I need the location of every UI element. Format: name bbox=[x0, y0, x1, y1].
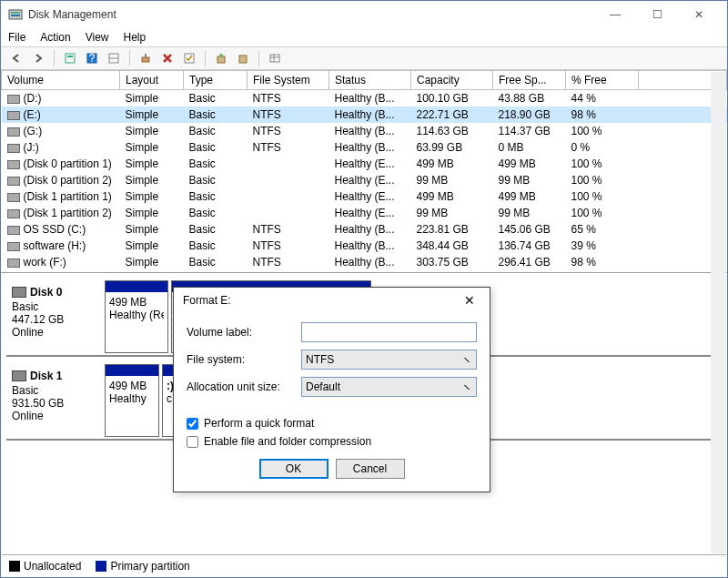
partition[interactable]: 499 MBHealthy bbox=[105, 364, 159, 437]
column-header[interactable]: Type bbox=[184, 71, 248, 90]
menu-view[interactable]: View bbox=[86, 31, 109, 44]
volume-label-label: Volume label: bbox=[187, 326, 301, 339]
column-header[interactable]: Status bbox=[329, 71, 411, 90]
menu-file[interactable]: File bbox=[8, 31, 25, 44]
compression-label: Enable file and folder compression bbox=[204, 435, 371, 448]
volume-row[interactable]: (J:)SimpleBasicNTFSHealthy (B...63.99 GB… bbox=[2, 139, 727, 156]
legend: Unallocated Primary partition bbox=[2, 554, 726, 576]
column-header[interactable]: Free Sp... bbox=[493, 71, 566, 90]
svg-rect-4 bbox=[67, 56, 73, 57]
partition[interactable]: 499 MBHealthy (Re bbox=[105, 280, 168, 353]
cancel-button[interactable]: Cancel bbox=[336, 459, 405, 479]
disk-info: Disk 0Basic447.12 GBOnline bbox=[6, 279, 105, 355]
volume-row[interactable]: software (H:)SimpleBasicNTFSHealthy (B..… bbox=[2, 238, 727, 254]
titlebar: Disk Management — ☐ ✕ bbox=[1, 1, 727, 28]
volume-row[interactable]: (G:)SimpleBasicNTFSHealthy (B...114.63 G… bbox=[2, 123, 727, 139]
forward-button[interactable] bbox=[28, 48, 48, 68]
column-header[interactable]: Volume bbox=[2, 71, 120, 90]
compression-checkbox[interactable] bbox=[187, 436, 198, 448]
ok-button[interactable]: OK bbox=[259, 459, 329, 479]
svg-rect-10 bbox=[145, 54, 147, 58]
file-system-label: File system: bbox=[187, 353, 301, 366]
app-icon bbox=[8, 7, 23, 22]
file-system-select[interactable]: NTFS bbox=[301, 350, 477, 370]
toolbar-icon-8[interactable] bbox=[233, 48, 253, 68]
volume-row[interactable]: OS SSD (C:)SimpleBasicNTFSHealthy (B...2… bbox=[2, 221, 727, 238]
svg-rect-14 bbox=[270, 55, 279, 62]
volume-row[interactable]: (Disk 0 partition 2)SimpleBasicHealthy (… bbox=[2, 172, 727, 188]
dialog-title: Format E: bbox=[183, 294, 459, 307]
volume-row[interactable]: (Disk 0 partition 1)SimpleBasicHealthy (… bbox=[2, 156, 727, 172]
volume-list[interactable]: VolumeLayoutTypeFile SystemStatusCapacit… bbox=[1, 70, 727, 273]
volume-label-input[interactable] bbox=[301, 322, 477, 342]
volume-row[interactable]: (Disk 1 partition 2)SimpleBasicHealthy (… bbox=[2, 205, 727, 221]
quick-format-label: Perform a quick format bbox=[204, 417, 314, 430]
quick-format-checkbox[interactable] bbox=[187, 418, 198, 430]
allocation-unit-label: Allocation unit size: bbox=[187, 380, 301, 393]
menubar: File Action View Help bbox=[1, 28, 727, 46]
volume-row[interactable]: (D:)SimpleBasicNTFSHealthy (B...100.10 G… bbox=[2, 90, 727, 107]
check-icon[interactable] bbox=[179, 48, 199, 68]
toolbar-icon-9[interactable] bbox=[265, 48, 285, 68]
volume-row[interactable]: (E:)SimpleBasicNTFSHealthy (B...222.71 G… bbox=[2, 106, 727, 123]
dialog-close-icon[interactable]: ✕ bbox=[459, 293, 480, 308]
maximize-button[interactable]: ☐ bbox=[636, 1, 678, 28]
svg-rect-2 bbox=[11, 15, 20, 16]
vertical-scrollbar[interactable] bbox=[711, 72, 726, 553]
legend-unallocated: Unallocated bbox=[24, 560, 81, 573]
svg-text:?: ? bbox=[89, 52, 96, 65]
column-header[interactable]: Layout bbox=[120, 71, 184, 90]
close-button[interactable]: ✕ bbox=[678, 1, 720, 28]
toolbar-icon-1[interactable] bbox=[60, 48, 80, 68]
help-icon[interactable]: ? bbox=[82, 48, 102, 68]
column-header[interactable]: File System bbox=[248, 71, 329, 90]
dialog-titlebar: Format E: ✕ bbox=[174, 288, 490, 313]
legend-swatch-primary bbox=[96, 561, 106, 572]
svg-rect-3 bbox=[66, 54, 75, 63]
window-title: Disk Management bbox=[28, 8, 594, 21]
minimize-button[interactable]: — bbox=[594, 1, 636, 28]
legend-swatch-unallocated bbox=[9, 561, 20, 572]
legend-primary: Primary partition bbox=[110, 560, 189, 573]
column-header[interactable]: % Free bbox=[566, 71, 639, 90]
back-button[interactable] bbox=[6, 48, 26, 68]
delete-icon[interactable] bbox=[157, 48, 177, 68]
column-header[interactable]: Capacity bbox=[411, 71, 493, 90]
svg-rect-12 bbox=[217, 56, 225, 63]
svg-rect-13 bbox=[239, 56, 247, 63]
allocation-unit-select[interactable]: Default bbox=[301, 377, 477, 397]
volume-row[interactable]: (Disk 1 partition 1)SimpleBasicHealthy (… bbox=[2, 188, 727, 205]
svg-rect-1 bbox=[11, 12, 20, 14]
toolbar: ? bbox=[1, 46, 727, 70]
settings-icon[interactable] bbox=[136, 48, 156, 68]
toolbar-icon-7[interactable] bbox=[211, 48, 231, 68]
menu-help[interactable]: Help bbox=[124, 31, 147, 44]
format-dialog: Format E: ✕ Volume label: File system: N… bbox=[173, 287, 490, 492]
disk-info: Disk 1Basic931.50 GBOnline bbox=[6, 362, 105, 439]
toolbar-icon-3[interactable] bbox=[104, 48, 124, 68]
menu-action[interactable]: Action bbox=[40, 31, 70, 44]
volume-row[interactable]: work (F:)SimpleBasicNTFSHealthy (B...303… bbox=[2, 254, 727, 270]
